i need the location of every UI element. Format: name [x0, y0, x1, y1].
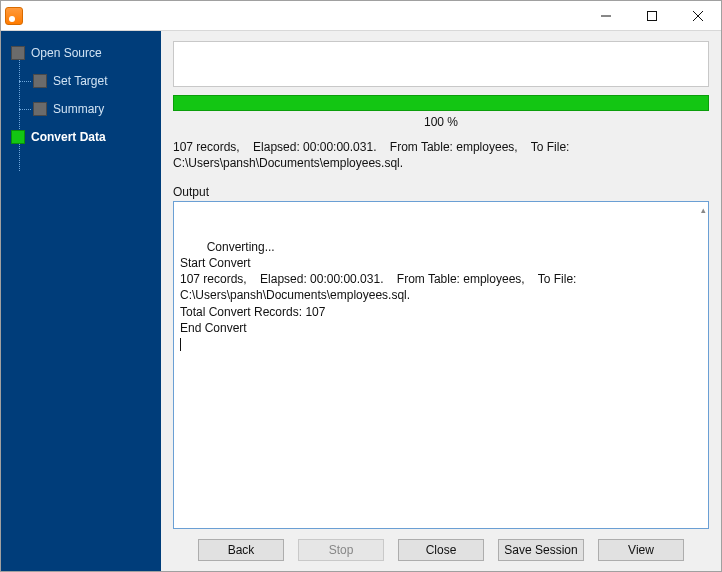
- nav-item-convert-data[interactable]: Convert Data: [1, 123, 161, 151]
- step-icon: [33, 102, 47, 116]
- close-icon: [693, 11, 703, 21]
- nav-label: Convert Data: [31, 130, 106, 144]
- view-button[interactable]: View: [598, 539, 684, 561]
- nav-item-set-target[interactable]: Set Target: [1, 67, 161, 95]
- app-window: Open Source Set Target Summary Convert D…: [0, 0, 722, 572]
- nav-label: Set Target: [53, 74, 107, 88]
- minimize-button[interactable]: [583, 1, 629, 30]
- app-icon: [5, 7, 23, 25]
- scroll-up-icon[interactable]: ▴: [701, 204, 706, 216]
- preview-box: [173, 41, 709, 87]
- window-body: Open Source Set Target Summary Convert D…: [1, 31, 721, 571]
- step-icon: [11, 130, 25, 144]
- button-row: Back Stop Close Save Session View: [171, 529, 711, 563]
- minimize-icon: [601, 11, 611, 21]
- title-bar-left: [1, 7, 29, 25]
- output-textarea[interactable]: ▴ Converting... Start Convert 107 record…: [173, 201, 709, 529]
- text-caret: [180, 338, 181, 351]
- maximize-icon: [647, 11, 657, 21]
- save-session-button[interactable]: Save Session: [498, 539, 584, 561]
- tree-branch: [19, 109, 31, 110]
- svg-rect-1: [648, 11, 657, 20]
- step-icon: [11, 46, 25, 60]
- window-controls: [583, 1, 721, 30]
- nav-label: Open Source: [31, 46, 102, 60]
- stop-button: Stop: [298, 539, 384, 561]
- nav-item-open-source[interactable]: Open Source: [1, 39, 161, 67]
- progress-section: 100 %: [173, 95, 709, 139]
- back-button[interactable]: Back: [198, 539, 284, 561]
- status-text: 107 records, Elapsed: 00:00:00.031. From…: [173, 139, 709, 171]
- progress-bar: [173, 95, 709, 111]
- main-panel: 100 % 107 records, Elapsed: 00:00:00.031…: [161, 31, 721, 571]
- nav-item-summary[interactable]: Summary: [1, 95, 161, 123]
- close-button[interactable]: Close: [398, 539, 484, 561]
- step-icon: [33, 74, 47, 88]
- title-bar: [1, 1, 721, 31]
- tree-branch: [19, 81, 31, 82]
- close-window-button[interactable]: [675, 1, 721, 30]
- nav-label: Summary: [53, 102, 104, 116]
- output-content: Converting... Start Convert 107 records,…: [180, 240, 580, 335]
- progress-percent-label: 100 %: [173, 115, 709, 129]
- wizard-sidebar: Open Source Set Target Summary Convert D…: [1, 31, 161, 571]
- output-label: Output: [173, 185, 709, 199]
- maximize-button[interactable]: [629, 1, 675, 30]
